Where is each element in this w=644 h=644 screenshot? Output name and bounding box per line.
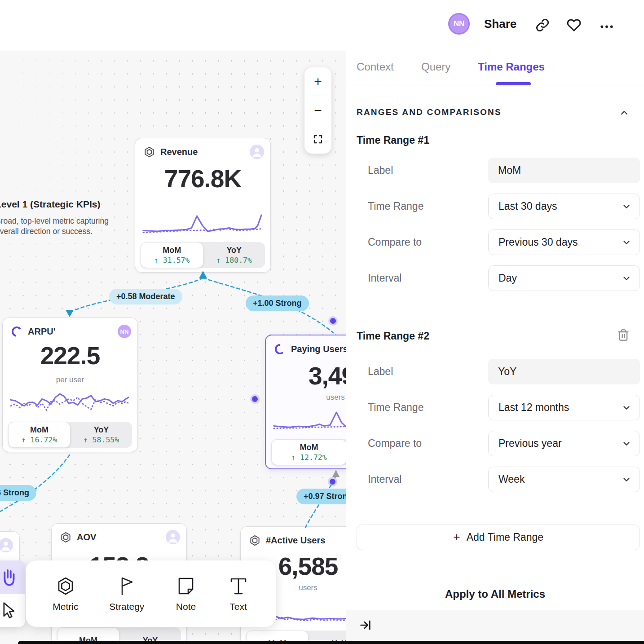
chevron-down-icon (622, 273, 631, 283)
yoy-change-value: ↑ 58.55% (84, 436, 119, 444)
label-field-label: Label (368, 158, 393, 183)
time-range-field-label: Time Range (368, 395, 423, 420)
active-tab-indicator (496, 82, 531, 85)
mom-toggle[interactable]: MoM ↑ 12.72% (271, 439, 346, 465)
metric-card-revenue[interactable]: Revenue 776.8K MoM ↑ 31.57% YoY ↑ 180.7 (135, 138, 271, 273)
card-title: ARPU' (28, 326, 55, 337)
select-tool-button[interactable] (0, 594, 25, 627)
metric-hexagon-icon (55, 575, 76, 597)
fullscreen-icon (313, 134, 323, 145)
correlation-badge[interactable]: +0.97 Strong (296, 489, 346, 504)
trash-icon (617, 328, 630, 342)
range-1-compare-select[interactable]: Previous 30 days (488, 229, 640, 255)
range-2-title: Time Range #2 (357, 330, 429, 342)
flag-icon (116, 575, 137, 597)
section-title: RANGES AND COMPARISONS (357, 107, 502, 117)
sparkline-chart (273, 404, 346, 438)
connector-handle[interactable] (330, 318, 336, 324)
tab-query[interactable]: Query (421, 61, 450, 73)
collapse-panel-button[interactable] (359, 619, 372, 631)
owner-avatar-icon (250, 145, 264, 159)
level-note-body: Broad, top-level metric capturing overal… (0, 216, 109, 237)
loading-arc-icon (11, 326, 23, 338)
metric-tree-canvas[interactable]: +0.58 Moderate +1.00 Strong 66 Strong +0… (0, 51, 346, 644)
connector-handle[interactable] (252, 396, 258, 402)
mom-toggle[interactable]: MoM ↑ 31.57% (141, 242, 203, 268)
plus-icon: + (453, 530, 460, 544)
range-1-interval-select[interactable]: Day (488, 265, 640, 291)
user-avatar[interactable]: NN (448, 13, 470, 35)
correlation-badge[interactable]: +1.00 Strong (246, 296, 309, 311)
chevron-down-icon (622, 439, 631, 449)
element-toolbar: Metric Strategy Note Text (26, 560, 276, 627)
tool-sidebar (0, 560, 25, 627)
yoy-toggle[interactable]: YoY ↑ 58.55% (71, 422, 132, 448)
correlation-badge[interactable]: 66 Strong (0, 485, 36, 501)
card-title: #Active Users (266, 535, 325, 546)
range-2-label-input[interactable]: YoY (488, 359, 640, 384)
range-2-compare-select[interactable]: Previous year (488, 431, 640, 456)
arrow-to-bar-icon (359, 619, 372, 631)
card-title: Revenue (160, 147, 198, 157)
range-1-time-range-select[interactable]: Last 30 days (488, 194, 640, 219)
owner-avatar-icon (0, 538, 13, 552)
compare-field-label: Compare to (368, 229, 422, 255)
apply-all-metrics-button[interactable]: Apply to All Metrics (346, 588, 644, 600)
card-title: Paying Users' (291, 344, 346, 354)
panel-footer (346, 610, 644, 644)
cursor-icon (0, 600, 18, 620)
mom-change-value: ↑ 16.72% (22, 436, 57, 444)
delete-range-button[interactable] (617, 328, 630, 342)
metric-value: 776.8K (135, 164, 270, 193)
chevron-down-icon (622, 238, 631, 247)
compare-field-label: Compare to (368, 431, 422, 456)
share-button[interactable]: Share (484, 17, 516, 31)
add-strategy-button[interactable]: Strategy (109, 575, 144, 612)
yoy-toggle[interactable]: YoY ↑ 180.7% (203, 242, 265, 268)
hand-tool-button[interactable] (0, 560, 25, 594)
metric-card-paying-users[interactable]: Paying Users' 3,49 users MoM ↑ 12.72% (265, 335, 346, 469)
metric-hexagon-icon (60, 531, 72, 543)
metric-card-arpu[interactable]: ARPU' NN 222.5 per user MoM ↑ 16.72% YoY… (2, 318, 138, 452)
chevron-down-icon (622, 202, 631, 212)
loading-arc-icon (274, 343, 286, 355)
add-metric-button[interactable]: Metric (53, 575, 78, 612)
add-time-range-button[interactable]: + Add Time Range (357, 525, 640, 550)
add-note-button[interactable]: Note (175, 575, 197, 612)
tab-time-ranges[interactable]: Time Ranges (478, 61, 545, 73)
mom-change-value: ↑ 12.72% (291, 453, 326, 462)
sparkline-chart (142, 207, 263, 241)
metric-hexagon-icon (249, 534, 261, 547)
yoy-change-value: ↑ 180.7% (216, 256, 252, 265)
zoom-in-button[interactable]: + (304, 67, 331, 96)
top-header: NN Share (0, 0, 644, 51)
tab-context[interactable]: Context (357, 61, 394, 73)
connector-handle[interactable] (330, 479, 335, 485)
heart-icon (567, 18, 581, 32)
collapse-section-button[interactable] (619, 107, 630, 118)
comparison-toggle: MoM ↑ 16.72% YoY ↑ 58.55% (8, 422, 132, 448)
range-1-title: Time Range #1 (357, 134, 429, 146)
mom-toggle[interactable]: MoM ↑ 16.72% (8, 422, 71, 448)
text-icon (228, 575, 249, 597)
correlation-badge[interactable]: +0.58 Moderate (109, 289, 182, 304)
fit-view-button[interactable] (304, 125, 331, 154)
hand-icon (0, 567, 18, 587)
app-screen: +0.58 Moderate +1.00 Strong 66 Strong +0… (0, 0, 644, 644)
favorite-button[interactable] (567, 18, 581, 32)
chevron-up-icon (619, 107, 630, 118)
mom-change-value: ↑ 31.57% (154, 256, 190, 265)
copy-link-button[interactable] (535, 18, 550, 32)
zoom-out-button[interactable]: − (304, 96, 331, 124)
metric-unit: users (309, 393, 346, 402)
range-1-label-input[interactable]: MoM (488, 158, 640, 183)
zoom-controls: + − (304, 67, 331, 154)
chevron-down-icon (622, 403, 631, 413)
settings-panel: Context Query Time Ranges RANGES AND COM… (346, 51, 644, 644)
range-2-interval-select[interactable]: Week (488, 467, 640, 492)
more-options-button[interactable] (600, 21, 614, 35)
range-2-time-range-select[interactable]: Last 12 months (488, 395, 640, 420)
metric-unit: per user (3, 375, 137, 384)
chevron-down-icon (622, 475, 631, 485)
add-text-button[interactable]: Text (228, 575, 249, 612)
